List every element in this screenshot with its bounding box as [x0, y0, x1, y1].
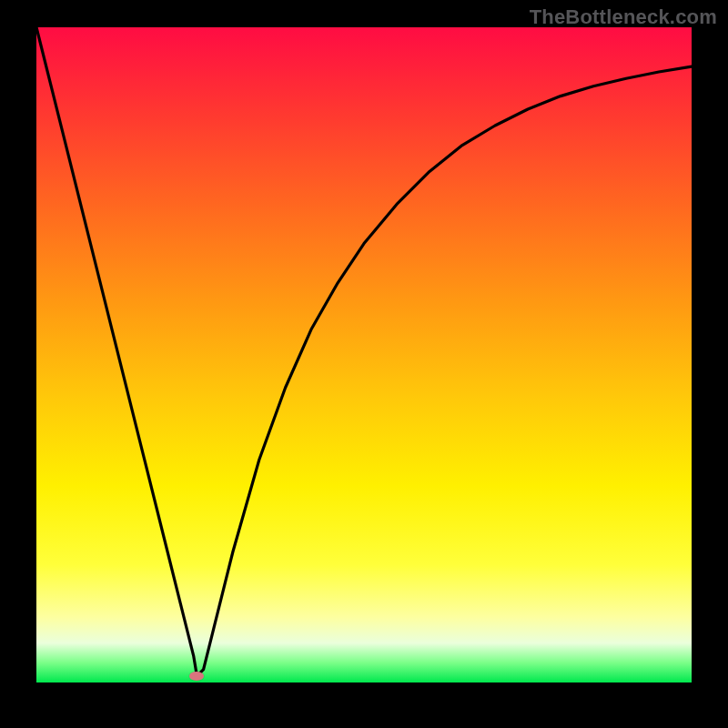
chart-frame: TheBottleneck.com [0, 0, 728, 728]
bottleneck-curve [36, 27, 692, 676]
curve-svg [36, 27, 692, 682]
optimum-marker [189, 672, 204, 681]
watermark: TheBottleneck.com [530, 5, 717, 29]
gradient-plot-area [36, 27, 692, 682]
